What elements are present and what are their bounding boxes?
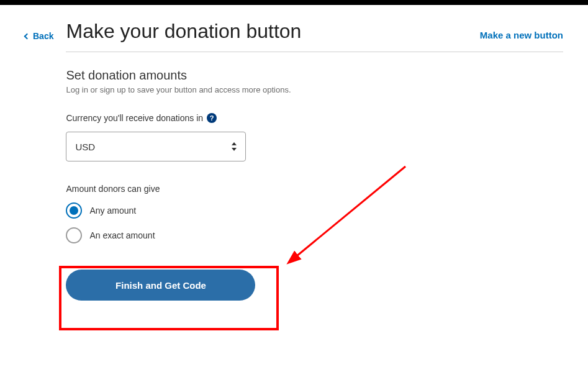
radio-any-amount[interactable]: Any amount — [66, 202, 563, 219]
section-title: Set donation amounts — [66, 68, 563, 83]
make-new-button-link[interactable]: Make a new button — [480, 30, 563, 40]
select-arrows-icon — [232, 142, 237, 151]
back-label: Back — [33, 31, 53, 41]
currency-selected-value: USD — [75, 142, 95, 152]
header-row: Make your donation button Make a new but… — [66, 20, 563, 52]
radio-exact-amount[interactable]: An exact amount — [66, 227, 563, 243]
currency-label-text: Currency you'll receive donations in — [66, 113, 203, 123]
currency-field-label: Currency you'll receive donations in ? — [66, 113, 563, 123]
window-topbar — [0, 0, 588, 5]
radio-exact-amount-label: An exact amount — [89, 230, 155, 240]
main-content: Make your donation button Make a new but… — [66, 20, 563, 301]
cta-wrap: Finish and Get Code — [66, 270, 563, 301]
amount-label: Amount donors can give — [66, 184, 563, 194]
section-subtitle: Log in or sign up to save your button an… — [66, 85, 563, 94]
radio-dot-icon — [70, 206, 78, 215]
radio-any-amount-label: Any amount — [89, 206, 136, 215]
chevron-left-icon — [24, 33, 30, 39]
page-container: Back Make your donation button Make a ne… — [0, 5, 588, 315]
back-link[interactable]: Back — [25, 31, 53, 41]
radio-icon-selected — [66, 202, 82, 219]
radio-icon-unselected — [66, 227, 82, 243]
finish-get-code-button[interactable]: Finish and Get Code — [66, 270, 255, 301]
currency-select[interactable]: USD — [66, 132, 246, 161]
help-icon[interactable]: ? — [207, 113, 217, 123]
page-title: Make your donation button — [66, 20, 301, 43]
